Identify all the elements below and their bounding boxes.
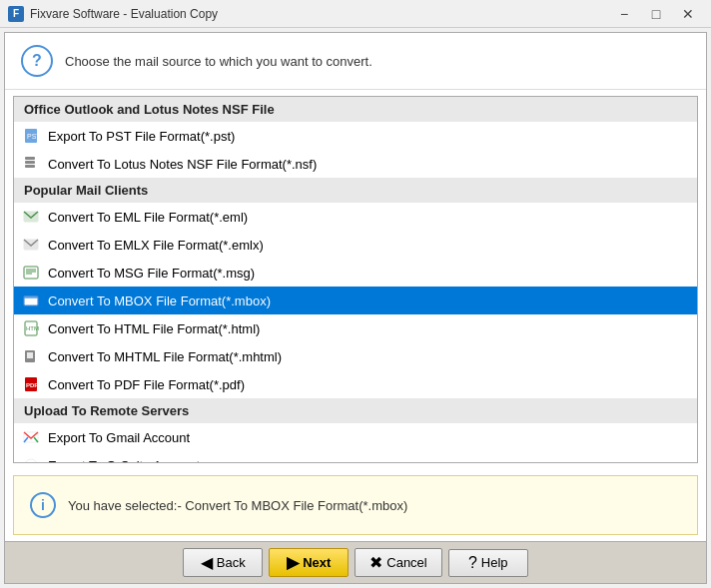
- list-item[interactable]: Convert To MSG File Format(*.msg): [14, 259, 697, 287]
- help-icon: ?: [468, 554, 477, 572]
- bottom-bar: ◀ Back ▶ Next ✖ Cancel ? Help: [5, 541, 706, 583]
- list-item[interactable]: PDFConvert To PDF File Format(*.pdf): [14, 370, 697, 398]
- mhtml-icon: [22, 347, 40, 365]
- back-button[interactable]: ◀ Back: [183, 548, 263, 577]
- cancel-button[interactable]: ✖ Cancel: [355, 548, 441, 577]
- next-label: Next: [303, 555, 331, 570]
- titlebar: F Fixvare Software - Evaluation Copy − □…: [0, 0, 711, 28]
- titlebar-left: F Fixvare Software - Evaluation Copy: [8, 6, 218, 22]
- svg-rect-3: [25, 161, 35, 164]
- header-text: Choose the mail source to which you want…: [65, 54, 372, 69]
- nsf-icon: [22, 155, 40, 173]
- list-item-label: Convert To EMLX File Format(*.emlx): [48, 238, 264, 253]
- list-item-label: Convert To MSG File Format(*.msg): [48, 266, 255, 281]
- back-icon: ◀: [201, 553, 213, 572]
- header-area: ? Choose the mail source to which you wa…: [5, 33, 706, 90]
- svg-rect-16: [27, 352, 33, 358]
- list-item: Upload To Remote Servers: [14, 398, 697, 423]
- list-item-label: Convert To HTML File Format(*.html): [48, 321, 260, 336]
- help-label: Help: [481, 555, 508, 570]
- list-item-label: Convert To PDF File Format(*.pdf): [48, 377, 245, 392]
- cancel-label: Cancel: [386, 555, 426, 570]
- maximize-button[interactable]: □: [641, 3, 671, 25]
- selection-info-icon: i: [30, 492, 56, 518]
- svg-text:HTML: HTML: [26, 325, 39, 331]
- cancel-icon: ✖: [369, 553, 382, 572]
- close-button[interactable]: ✕: [673, 3, 703, 25]
- list-item[interactable]: Convert To EML File Format(*.eml): [14, 203, 697, 231]
- svg-rect-4: [25, 165, 35, 168]
- list-item: Office Outlook and Lotus Notes NSF File: [14, 97, 697, 122]
- category-label: Office Outlook and Lotus Notes NSF File: [24, 102, 275, 117]
- format-list[interactable]: Office Outlook and Lotus Notes NSF FileP…: [14, 97, 697, 462]
- app-icon: F: [8, 6, 24, 22]
- gsuite-icon: [22, 456, 40, 462]
- eml-icon: [22, 208, 40, 226]
- list-item-label: Convert To EML File Format(*.eml): [48, 210, 248, 225]
- gmail-icon: [22, 428, 40, 446]
- list-item[interactable]: PSTExport To PST File Format(*.pst): [14, 122, 697, 150]
- window-body: ? Choose the mail source to which you wa…: [4, 32, 707, 584]
- svg-point-20: [25, 459, 37, 462]
- list-item-label: Export To Gmail Account: [48, 430, 190, 445]
- svg-rect-2: [25, 157, 35, 160]
- list-item[interactable]: Convert To MHTML File Format(*.mhtml): [14, 342, 697, 370]
- help-button[interactable]: ? Help: [448, 549, 528, 577]
- html-icon: HTML: [22, 319, 40, 337]
- svg-text:PDF: PDF: [26, 382, 38, 388]
- minimize-button[interactable]: −: [609, 3, 639, 25]
- titlebar-title: Fixvare Software - Evaluation Copy: [30, 7, 218, 21]
- list-item-label: Convert To Lotus Notes NSF File Format(*…: [48, 157, 317, 172]
- list-item[interactable]: Convert To MBOX File Format(*.mbox): [14, 287, 697, 314]
- pst-icon: PST: [22, 127, 40, 145]
- msg-icon: [22, 264, 40, 282]
- svg-rect-12: [24, 295, 38, 298]
- list-item[interactable]: Convert To Lotus Notes NSF File Format(*…: [14, 150, 697, 178]
- next-button[interactable]: ▶ Next: [269, 548, 349, 577]
- list-item[interactable]: Export To G-Suite Account: [14, 451, 697, 462]
- header-question-icon: ?: [21, 45, 53, 77]
- list-item: Popular Mail Clients: [14, 178, 697, 203]
- next-icon: ▶: [287, 553, 299, 572]
- mbox-icon: [22, 292, 40, 309]
- selection-info-panel: i You have selected:- Convert To MBOX Fi…: [13, 475, 698, 535]
- list-item[interactable]: HTMLConvert To HTML File Format(*.html): [14, 314, 697, 342]
- list-item-label: Export To PST File Format(*.pst): [48, 129, 235, 144]
- list-item-label: Export To G-Suite Account: [48, 458, 200, 463]
- category-label: Upload To Remote Servers: [24, 403, 189, 418]
- category-label: Popular Mail Clients: [24, 183, 148, 198]
- svg-text:PST: PST: [27, 133, 39, 140]
- selection-text: You have selected:- Convert To MBOX File…: [68, 498, 407, 513]
- svg-rect-7: [24, 267, 38, 279]
- list-item[interactable]: Convert To EMLX File Format(*.emlx): [14, 231, 697, 259]
- list-item[interactable]: Export To Gmail Account: [14, 423, 697, 451]
- back-label: Back: [217, 555, 246, 570]
- list-container: Office Outlook and Lotus Notes NSF FileP…: [13, 96, 698, 463]
- titlebar-controls: − □ ✕: [609, 3, 703, 25]
- list-item-label: Convert To MBOX File Format(*.mbox): [48, 294, 271, 308]
- emlx-icon: [22, 236, 40, 254]
- list-item-label: Convert To MHTML File Format(*.mhtml): [48, 349, 282, 364]
- pdf-icon: PDF: [22, 375, 40, 393]
